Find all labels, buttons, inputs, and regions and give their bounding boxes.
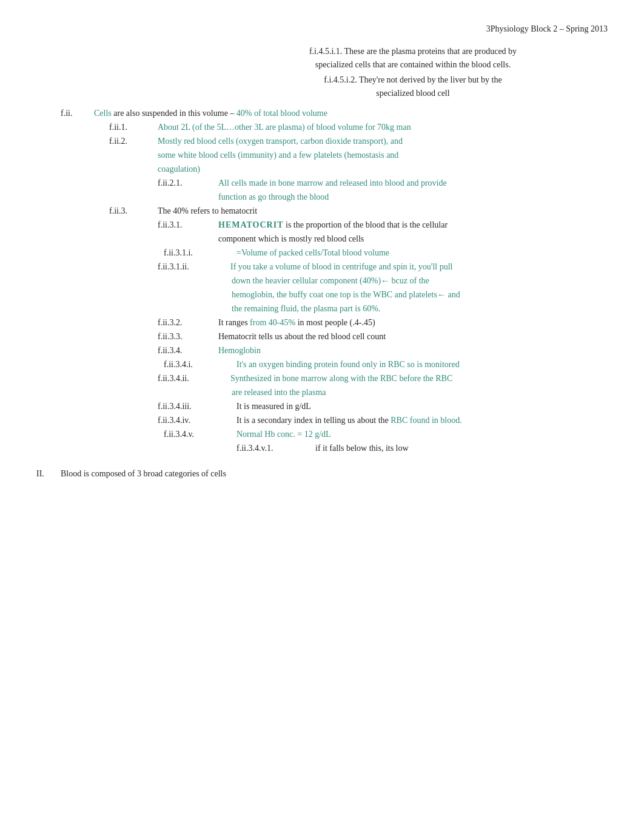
- fii34iv-line: f.ii.3.4.iv. It is a secondary index in …: [158, 414, 608, 427]
- header-title: 3Physiology Block 2 – Spring 2013: [486, 24, 608, 33]
- fii21-label: f.ii.2.1.: [158, 177, 218, 189]
- content: f.i.4.5.i.1. These are the plasma protei…: [36, 45, 608, 479]
- fii21-line: f.ii.2.1. All cells made in bone marrow …: [158, 177, 608, 189]
- fii2-label: f.ii.2.: [109, 135, 158, 147]
- fii34ii-text: Synthesized in bone marrow along with th…: [230, 372, 608, 385]
- fii34v-line: f.ii.3.4.v. Normal Hb conc. = 12 g/dL: [164, 428, 608, 441]
- fii31ii-label: f.ii.3.1.ii.: [158, 260, 230, 273]
- fii34iii-label: f.ii.3.4.iii.: [158, 400, 236, 413]
- fii34v1-text: if it falls below this, its low: [315, 442, 608, 455]
- fii34v1-line: f.ii.3.4.v.1. if it falls below this, it…: [236, 442, 608, 455]
- fii-label: f.ii.: [61, 107, 94, 120]
- fii34ii-label: f.ii.3.4.ii.: [158, 372, 230, 385]
- fii1-label: f.ii.1.: [109, 121, 158, 134]
- plasma-proteins-1: f.i.4.5.i.1. These are the plasma protei…: [218, 45, 608, 72]
- fii31ii-line4: the remaining fluid, the plasma part is …: [232, 302, 608, 315]
- fii31-label: f.ii.3.1.: [158, 218, 218, 231]
- fii34ii-line2: are released into the plasma: [232, 386, 608, 399]
- plasma-proteins-2: f.i.4.5.i.2. They're not derived by the …: [218, 73, 608, 101]
- fii2-text: Mostly red blood cells (oxygen transport…: [158, 135, 608, 147]
- fii32-text: It ranges from 40-45% in most people (.4…: [218, 316, 608, 329]
- fii33-label: f.ii.3.3.: [158, 330, 218, 343]
- fii34ii-line: f.ii.3.4.ii. Synthesized in bone marrow …: [158, 372, 608, 385]
- fii2-line3: coagulation): [158, 163, 608, 175]
- fii34i-line: f.ii.3.4.i. It's an oxygen binding prote…: [164, 358, 608, 371]
- fii3-text: The 40% refers to hematocrit: [158, 205, 608, 217]
- fii31i-label: f.ii.3.1.i.: [164, 246, 236, 259]
- fii3-line: f.ii.3. The 40% refers to hematocrit: [109, 205, 608, 217]
- fii34v-text: Normal Hb conc. = 12 g/dL: [236, 428, 608, 441]
- fii34v-label: f.ii.3.4.v.: [164, 428, 236, 441]
- fii31i-text: =Volume of packed cells/Total blood volu…: [236, 246, 389, 259]
- fii32-line: f.ii.3.2. It ranges from 40-45% in most …: [158, 316, 608, 329]
- fii2-line2: some white blood cells (immunity) and a …: [158, 149, 608, 161]
- fii34iii-text: It is measured in g/dL: [236, 400, 608, 413]
- fii31-line: f.ii.3.1. HEMATOCRIT is the proportion o…: [158, 218, 608, 231]
- fii33-line: f.ii.3.3. Hematocrit tells us about the …: [158, 330, 608, 343]
- fii31ii-line: f.ii.3.1.ii. If you take a volume of blo…: [158, 260, 608, 273]
- fii34iv-text: It is a secondary index in telling us ab…: [236, 414, 608, 427]
- fii21-text: All cells made in bone marrow and releas…: [218, 177, 608, 189]
- fii34-line: f.ii.3.4. Hemoglobin: [158, 344, 608, 357]
- fii34v1-label: f.ii.3.4.v.1.: [236, 442, 315, 455]
- fii31ii-line3: hemoglobin, the buffy coat one top is th…: [232, 288, 608, 301]
- fii-text: Cells are also suspended in this volume …: [94, 107, 608, 120]
- fii31ii-line2: down the heavier cellular component (40%…: [232, 274, 608, 287]
- fii-line: f.ii. Cells are also suspended in this v…: [61, 107, 608, 120]
- section-ii-label: II.: [36, 469, 61, 479]
- fii34i-text: It's an oxygen binding protein found onl…: [236, 358, 608, 371]
- fii1-text: About 2L (of the 5L…other 3L are plasma)…: [158, 121, 608, 134]
- fii31-text: HEMATOCRIT is the proportion of the bloo…: [218, 218, 608, 231]
- fii31i-line: f.ii.3.1.i. =Volume of packed cells/Tota…: [164, 246, 608, 259]
- page-header: 3Physiology Block 2 – Spring 2013: [36, 24, 608, 34]
- section-ii-text: Blood is composed of 3 broad categories …: [61, 469, 608, 479]
- fii34iv-label: f.ii.3.4.iv.: [158, 414, 236, 427]
- section-ii: II. Blood is composed of 3 broad categor…: [36, 469, 608, 479]
- fii32-label: f.ii.3.2.: [158, 316, 218, 329]
- fii21-line2: function as go through the blood: [218, 191, 608, 203]
- fii34-label: f.ii.3.4.: [158, 344, 218, 357]
- fii31-line2: component which is mostly red blood cell…: [218, 232, 608, 245]
- fii3-label: f.ii.3.: [109, 205, 158, 217]
- fii34-text: Hemoglobin: [218, 344, 608, 357]
- fii34i-label: f.ii.3.4.i.: [164, 358, 236, 371]
- fii33-text: Hematocrit tells us about the red blood …: [218, 330, 608, 343]
- fii1-line: f.ii.1. About 2L (of the 5L…other 3L are…: [109, 121, 608, 134]
- fii31ii-text: If you take a volume of blood in centrif…: [230, 260, 608, 273]
- fii34iii-line: f.ii.3.4.iii. It is measured in g/dL: [158, 400, 608, 413]
- fii2-line: f.ii.2. Mostly red blood cells (oxygen t…: [109, 135, 608, 147]
